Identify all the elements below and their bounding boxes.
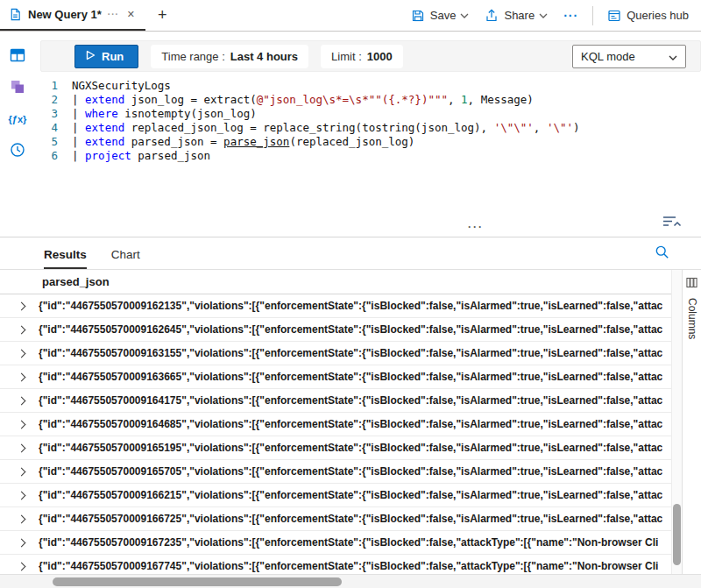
- column-header-parsed-json[interactable]: parsed_json: [0, 270, 671, 294]
- more-icon: ···: [563, 9, 578, 23]
- vertical-scrollbar[interactable]: [671, 270, 682, 574]
- table-row[interactable]: {"id":"4467550570009163155","violations"…: [0, 342, 671, 365]
- tab-new-query[interactable]: New Query 1* ··· ✕: [0, 0, 145, 31]
- row-json-text: {"id":"4467550570009166725","violations"…: [39, 513, 662, 525]
- query-editor[interactable]: 1NGXSecurityLogs2| extend json_log = ext…: [35, 72, 701, 216]
- chevron-down-icon: [669, 50, 677, 63]
- tables-tab[interactable]: [6, 46, 29, 67]
- limit-value: 1000: [367, 50, 393, 63]
- results-tab-bar: Results Chart: [0, 237, 701, 269]
- code-line[interactable]: 4| extend replaced_json_log = replace_st…: [35, 121, 701, 135]
- functions-tab[interactable]: {ƒx}: [6, 109, 29, 130]
- queries-hub-icon: [607, 9, 621, 23]
- example-queries-tab[interactable]: [6, 77, 29, 98]
- play-icon: [86, 50, 96, 63]
- table-row[interactable]: {"id":"4467550570009165195","violations"…: [0, 436, 671, 460]
- vertical-scrollbar-thumb[interactable]: [673, 504, 681, 564]
- table-row[interactable]: {"id":"4467550570009166215","violations"…: [0, 484, 671, 507]
- columns-panel-label[interactable]: Columns: [686, 298, 698, 339]
- table-row[interactable]: {"id":"4467550570009164175","violations"…: [0, 389, 671, 413]
- table-row[interactable]: {"id":"4467550570009167745","violations"…: [0, 555, 671, 574]
- code-line[interactable]: 6| project parsed_json: [35, 149, 701, 163]
- more-button[interactable]: ···: [556, 4, 585, 28]
- expand-row-chevron-icon[interactable]: [18, 467, 26, 476]
- expand-row-chevron-icon[interactable]: [18, 396, 26, 405]
- line-number: 6: [35, 149, 72, 163]
- expand-row-chevron-icon[interactable]: [18, 349, 26, 358]
- expand-row-chevron-icon[interactable]: [18, 443, 26, 452]
- columns-icon: [686, 276, 697, 292]
- search-button[interactable]: [655, 244, 669, 262]
- search-icon: [655, 244, 669, 262]
- query-history-tab[interactable]: [6, 140, 29, 161]
- tab-results[interactable]: Results: [44, 248, 87, 269]
- expand-row-chevron-icon[interactable]: [18, 538, 26, 547]
- editor-results-splitter[interactable]: ···: [35, 216, 701, 237]
- editor-workspace: {ƒx} Run Time range : Last 4 hours: [0, 32, 701, 237]
- expand-row-chevron-icon[interactable]: [18, 372, 26, 381]
- row-json-text: {"id":"4467550570009162645","violations"…: [39, 323, 662, 336]
- row-json-text: {"id":"4467550570009163155","violations"…: [39, 347, 662, 359]
- row-json-text: {"id":"4467550570009167235","violations"…: [39, 536, 658, 549]
- code-text: | extend replaced_json_log = replace_str…: [72, 121, 580, 135]
- expand-row-chevron-icon[interactable]: [18, 420, 26, 429]
- code-text: | extend parsed_json = parse_json(replac…: [72, 135, 414, 149]
- query-document-icon: [9, 8, 22, 21]
- code-line[interactable]: 2| extend json_log = extract(@"json_log\…: [35, 93, 701, 107]
- horizontal-scrollbar-thumb[interactable]: [53, 577, 342, 586]
- time-range-value: Last 4 hours: [230, 50, 298, 63]
- table-row[interactable]: {"id":"4467550570009162135","violations"…: [0, 294, 671, 318]
- line-number: 2: [35, 93, 72, 107]
- table-row[interactable]: {"id":"4467550570009165705","violations"…: [0, 460, 671, 484]
- code-line[interactable]: 3| where isnotempty(json_log): [35, 107, 701, 121]
- kql-mode-value: KQL mode: [581, 50, 635, 63]
- share-button[interactable]: Share: [478, 4, 555, 28]
- chevron-down-icon: [460, 13, 469, 18]
- code-line[interactable]: 5| extend parsed_json = parse_json(repla…: [35, 135, 701, 149]
- expand-row-chevron-icon[interactable]: [18, 514, 26, 523]
- tab-close-icon[interactable]: ✕: [125, 7, 137, 22]
- new-tab-button[interactable]: +: [145, 0, 180, 31]
- tab-more-icon[interactable]: ···: [108, 10, 119, 19]
- save-button[interactable]: Save: [404, 4, 477, 28]
- line-number: 1: [35, 79, 72, 93]
- limit-picker[interactable]: Limit : 1000: [321, 45, 403, 68]
- expand-row-chevron-icon[interactable]: [18, 325, 26, 334]
- queries-hub-button[interactable]: Queries hub: [600, 4, 696, 28]
- code-text: | project parsed_json: [72, 149, 210, 163]
- top-bar: New Query 1* ··· ✕ + Save Share: [0, 0, 701, 32]
- save-icon: [411, 9, 425, 23]
- expand-row-chevron-icon[interactable]: [18, 491, 26, 499]
- code-text: | extend json_log = extract(@"json_log\s…: [72, 93, 534, 107]
- table-row[interactable]: {"id":"4467550570009164685","violations"…: [0, 413, 671, 436]
- code-text: NGXSecurityLogs: [72, 79, 171, 93]
- table-icon: [9, 46, 26, 67]
- example-queries-icon: [9, 78, 26, 98]
- query-toolbar: Run Time range : Last 4 hours Limit : 10…: [40, 40, 701, 72]
- table-row[interactable]: {"id":"4467550570009167235","violations"…: [0, 531, 671, 555]
- table-row[interactable]: {"id":"4467550570009162645","violations"…: [0, 318, 671, 342]
- expand-row-chevron-icon[interactable]: [18, 301, 26, 310]
- line-number: 3: [35, 107, 72, 121]
- app-root: New Query 1* ··· ✕ + Save Share: [0, 0, 701, 588]
- table-row[interactable]: {"id":"4467550570009166725","violations"…: [0, 507, 671, 531]
- horizontal-scrollbar[interactable]: [0, 574, 701, 588]
- collapse-editor-button[interactable]: [662, 216, 682, 228]
- kql-mode-dropdown[interactable]: KQL mode: [572, 45, 686, 68]
- time-range-picker[interactable]: Time range : Last 4 hours: [151, 45, 308, 68]
- save-label: Save: [430, 9, 457, 22]
- command-bar: Save Share ···: [404, 0, 701, 31]
- code-line[interactable]: 1NGXSecurityLogs: [35, 79, 701, 93]
- code-text: | where isnotempty(json_log): [72, 107, 257, 121]
- history-clock-icon: [9, 141, 26, 161]
- limit-label: Limit :: [331, 50, 362, 63]
- tab-chart[interactable]: Chart: [111, 248, 140, 269]
- time-range-label: Time range :: [161, 50, 225, 63]
- run-button[interactable]: Run: [74, 45, 138, 68]
- drag-handle-icon[interactable]: ···: [468, 221, 484, 233]
- expand-row-chevron-icon[interactable]: [18, 562, 26, 570]
- row-json-text: {"id":"4467550570009165195","violations"…: [39, 442, 662, 454]
- columns-side-panel[interactable]: Columns: [682, 270, 701, 574]
- row-json-text: {"id":"4467550570009163665","violations"…: [39, 371, 662, 383]
- table-row[interactable]: {"id":"4467550570009163665","violations"…: [0, 365, 671, 389]
